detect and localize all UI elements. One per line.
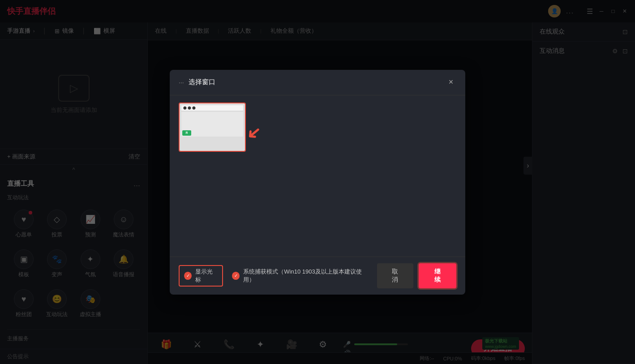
window-thumb-title: 一键排版助手(MyE...): [180, 151, 245, 152]
modal-footer: ✓ 显示光标 ✓ 系统捕获模式（Win10 1903及以上版本建议使用） 取消 …: [170, 257, 465, 295]
continue-button[interactable]: 继续: [419, 263, 456, 288]
system-capture-label: 系统捕获模式（Win10 1903及以上版本建议使用）: [243, 268, 368, 284]
modal-header: ··· 选择窗口 ×: [170, 70, 465, 95]
capture-checkbox-icon: ✓: [232, 272, 240, 280]
modal-dots: ···: [179, 79, 184, 86]
modal-title: 选择窗口: [189, 78, 215, 86]
thumb-content: ⬤ ⬤ ⬤ R: [180, 103, 245, 151]
modal-body: ⬤ ⬤ ⬤ R 一键排版助手(MyE...) ➜: [170, 95, 465, 257]
modal-overlay: ··· 选择窗口 × ⬤ ⬤ ⬤ R: [0, 0, 635, 364]
cancel-button[interactable]: 取消: [377, 263, 413, 288]
window-thumbnail[interactable]: ⬤ ⬤ ⬤ R 一键排版助手(MyE...): [179, 103, 246, 152]
system-capture-checkbox[interactable]: ✓ 系统捕获模式（Win10 1903及以上版本建议使用）: [232, 268, 368, 284]
select-window-modal: ··· 选择窗口 × ⬤ ⬤ ⬤ R: [170, 70, 465, 295]
cursor-checkbox-icon: ✓: [184, 272, 192, 280]
show-cursor-label: 显示光标: [195, 268, 218, 284]
show-cursor-checkbox[interactable]: ✓ 显示光标: [179, 265, 223, 287]
modal-actions: 取消 继续: [377, 263, 456, 288]
modal-close-button[interactable]: ×: [446, 77, 456, 88]
